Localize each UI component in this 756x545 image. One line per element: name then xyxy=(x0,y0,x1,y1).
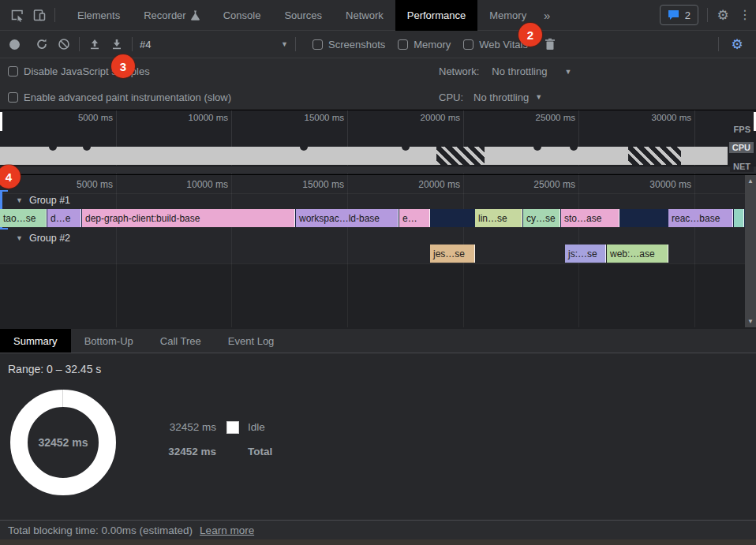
footer-bar: Total blocking time: 0.00ms (estimated) … xyxy=(0,520,756,539)
separator xyxy=(718,37,719,51)
flame-bar[interactable]: cy…se xyxy=(523,209,560,227)
tab-recorder[interactable]: Recorder xyxy=(132,0,211,31)
advanced-paint-checkbox[interactable]: Enable advanced paint instrumentation (s… xyxy=(8,91,231,103)
lane-label-net: NET xyxy=(730,161,754,172)
legend-label: Total xyxy=(248,446,272,457)
checkbox-label: Screenshots xyxy=(328,39,385,50)
flame-bar[interactable]: web:…ase xyxy=(607,245,668,263)
flame-bar[interactable] xyxy=(734,209,744,227)
details-tab-summary[interactable]: Summary xyxy=(0,329,71,353)
save-profile-icon[interactable] xyxy=(106,33,128,55)
group-header-1[interactable]: ▼Group #1 xyxy=(16,195,70,206)
checkbox-box[interactable] xyxy=(8,66,18,77)
tab-sources[interactable]: Sources xyxy=(272,0,334,31)
feedback-button[interactable]: 2 xyxy=(660,5,698,25)
screenshots-checkbox[interactable]: Screenshots xyxy=(313,39,385,50)
tab-network[interactable]: Network xyxy=(334,0,395,31)
kebab-menu-icon[interactable]: ⋮ xyxy=(734,4,756,26)
group-header-2[interactable]: ▼Group #2 xyxy=(16,233,70,244)
tab-console[interactable]: Console xyxy=(211,0,273,31)
details-tab-event-log[interactable]: Event Log xyxy=(215,329,288,353)
flame-gridline xyxy=(116,175,117,327)
flame-bar[interactable]: d…e xyxy=(47,209,81,227)
legend-value: 32452 ms xyxy=(164,421,216,433)
tab-performance[interactable]: Performance xyxy=(395,0,477,31)
annotation-badge-3: 3 xyxy=(111,54,135,78)
details-tab-call-tree[interactable]: Call Tree xyxy=(147,329,215,353)
overview-window-handle[interactable] xyxy=(0,112,2,131)
donut-total-label: 32452 ms xyxy=(38,436,88,449)
cpu-value: No throttling xyxy=(473,91,529,103)
device-toolbar-icon[interactable] xyxy=(28,4,51,26)
flame-bar[interactable]: lin…se xyxy=(475,209,522,227)
checkbox-box[interactable] xyxy=(313,39,323,50)
overview-tick-label: 5000 ms xyxy=(26,113,113,122)
flame-bar[interactable]: jes…se xyxy=(430,245,475,263)
separator xyxy=(79,37,80,51)
learn-more-link[interactable]: Learn more xyxy=(200,524,254,536)
inspect-element-icon[interactable] xyxy=(6,4,28,26)
tab-label: Console xyxy=(223,9,261,21)
chevron-down-icon: ▼ xyxy=(564,68,571,76)
flame-tick-label: 5000 ms xyxy=(26,179,113,190)
flame-bar[interactable]: e… xyxy=(399,209,430,227)
network-throttling-dropdown[interactable]: Network: No throttling ▼ xyxy=(439,65,571,77)
separator xyxy=(707,8,708,22)
tab-elements[interactable]: Elements xyxy=(65,0,132,31)
scroll-down-icon[interactable]: ▼ xyxy=(747,315,754,327)
checkbox-box[interactable] xyxy=(398,39,408,50)
scroll-up-icon[interactable]: ▲ xyxy=(747,175,754,187)
flame-chart[interactable]: 5000 ms10000 ms15000 ms20000 ms25000 ms3… xyxy=(0,175,756,327)
group-collapse-triangle-icon[interactable]: ▼ xyxy=(16,234,23,242)
record-button[interactable] xyxy=(9,39,20,50)
total-blocking-time-text: Total blocking time: 0.00ms (estimated) xyxy=(8,524,193,536)
overview-tick-label: 20000 ms xyxy=(373,113,460,122)
capture-options: ScreenshotsMemoryWeb Vitals xyxy=(300,39,528,50)
chevron-down-icon: ▼ xyxy=(281,40,288,48)
flame-tick-label: 15000 ms xyxy=(257,179,344,190)
history-selected-value: #4 xyxy=(140,39,151,50)
trash-icon[interactable] xyxy=(539,33,561,55)
annotation-badge-2: 2 xyxy=(518,23,542,47)
flame-bar[interactable]: tao…se xyxy=(0,209,47,227)
memory-checkbox[interactable]: Memory xyxy=(398,39,451,50)
summary-legend: 32452 msIdle32452 msTotal xyxy=(164,420,272,459)
clear-recording-icon[interactable] xyxy=(53,33,75,55)
flame-bar[interactable]: dep-graph-client:build-base xyxy=(82,209,295,227)
cpu-activity-band xyxy=(681,147,728,165)
flame-bar[interactable]: workspac…ld-base xyxy=(296,209,399,227)
flame-bar[interactable]: sto…ase xyxy=(561,209,619,227)
group-collapse-triangle-icon[interactable]: ▼ xyxy=(16,196,23,204)
devtools-tab-bar: ElementsRecorderConsoleSourcesNetworkPer… xyxy=(0,0,756,31)
separator xyxy=(132,37,133,51)
flame-tick-label: 30000 ms xyxy=(604,179,691,190)
donut-slice-divider xyxy=(62,390,63,407)
settings-gear-icon[interactable]: ⚙ xyxy=(712,4,734,26)
vertical-scrollbar[interactable]: ▲ ▼ xyxy=(745,175,756,327)
more-tabs-icon[interactable]: » xyxy=(538,4,556,26)
tab-label: Recorder xyxy=(144,9,185,21)
load-profile-icon[interactable] xyxy=(84,33,106,55)
web-vitals-checkbox[interactable]: Web Vitals xyxy=(463,39,528,50)
group-label-text: Group #1 xyxy=(29,195,70,206)
flame-bar[interactable]: js:…se xyxy=(565,245,606,263)
checkbox-box[interactable] xyxy=(463,39,473,50)
capture-settings-gear-icon[interactable]: ⚙ xyxy=(726,33,748,55)
timeline-overview[interactable]: 5000 ms10000 ms15000 ms20000 ms25000 ms3… xyxy=(0,110,756,175)
checkbox-box[interactable] xyxy=(8,92,18,103)
range-label: Range: 0 – 32.45 s xyxy=(8,363,101,375)
flame-bar[interactable]: reac…base xyxy=(668,209,733,227)
legend-swatch-placeholder xyxy=(226,446,239,458)
tab-label: Sources xyxy=(284,9,322,21)
lane-label-fps: FPS xyxy=(731,124,754,135)
cpu-throttling-dropdown[interactable]: CPU: No throttling ▼ xyxy=(439,91,542,103)
net-lane-strip xyxy=(0,166,756,174)
history-dropdown[interactable]: #4 ▼ xyxy=(140,39,288,50)
overview-tick-label: 30000 ms xyxy=(604,113,691,122)
window-edge-strip xyxy=(0,539,756,545)
reload-and-record-icon[interactable] xyxy=(31,33,53,55)
separator xyxy=(54,8,55,22)
tab-label: Performance xyxy=(407,9,466,21)
legend-row: 32452 msTotal xyxy=(164,444,272,459)
details-tab-bottom-up[interactable]: Bottom-Up xyxy=(71,329,147,353)
